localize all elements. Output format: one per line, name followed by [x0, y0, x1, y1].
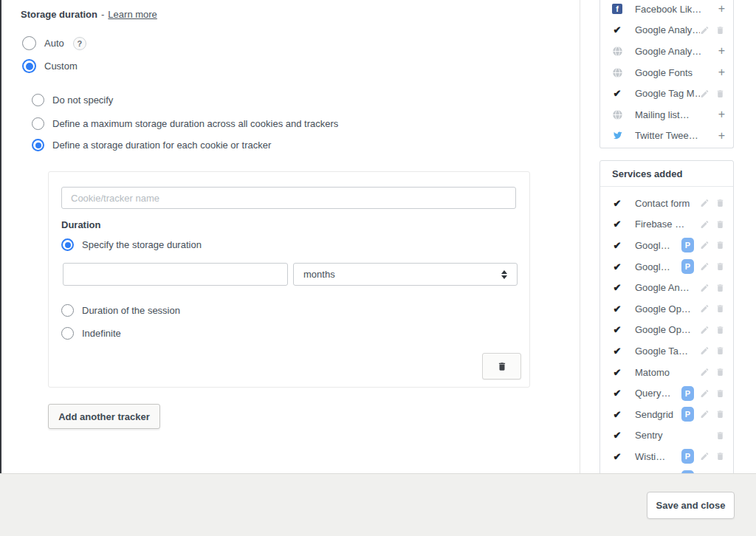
radio-auto-circle[interactable] — [22, 36, 36, 50]
radio-indefinite[interactable]: Indefinite — [61, 327, 121, 340]
help-icon[interactable]: ? — [73, 37, 86, 50]
facebook-icon — [611, 4, 623, 14]
twitter-icon — [611, 131, 623, 140]
service-name: Sendgrid — [635, 409, 681, 420]
delete-service-button[interactable] — [715, 25, 725, 35]
radio-specify-duration-circle[interactable] — [61, 238, 74, 251]
delete-service-button[interactable] — [715, 451, 725, 461]
radio-session-duration-circle[interactable] — [61, 304, 74, 317]
service-name: Sentry — [635, 430, 715, 441]
radio-max-duration-label: Define a maximum storage duration across… — [52, 118, 338, 129]
edit-service-button[interactable] — [700, 89, 709, 99]
add-service-button[interactable]: + — [718, 130, 725, 142]
services-added-title: Services added — [600, 161, 733, 187]
title-separator: - — [101, 9, 104, 20]
add-service-button[interactable]: + — [718, 45, 725, 57]
radio-per-tracker-circle[interactable] — [32, 139, 44, 151]
service-name: Googl… — [635, 261, 681, 272]
radio-per-tracker-duration[interactable]: Define a storage duration for each cooki… — [32, 139, 271, 151]
radio-custom-circle[interactable] — [22, 59, 36, 73]
edit-service-button[interactable] — [700, 325, 709, 335]
premium-badge: P — [681, 449, 694, 464]
service-name: Googl… — [635, 240, 681, 251]
edit-service-button[interactable] — [700, 219, 709, 230]
edit-service-button[interactable] — [700, 451, 709, 461]
available-service-row: Twitter Twee… + — [600, 126, 733, 147]
delete-service-button[interactable] — [715, 198, 725, 208]
delete-service-button[interactable] — [715, 240, 725, 250]
delete-tracker-button[interactable] — [482, 353, 521, 379]
edit-service-button[interactable] — [700, 198, 709, 208]
delete-service-button[interactable] — [715, 346, 725, 356]
delete-service-button[interactable] — [715, 367, 725, 377]
added-service-row: ✔Sentry — [600, 425, 733, 447]
edit-service-button[interactable] — [700, 240, 709, 250]
edit-service-button[interactable] — [700, 346, 709, 356]
check-icon: ✔ — [611, 241, 623, 250]
radio-specify-duration[interactable]: Specify the storage duration — [61, 238, 202, 251]
available-service-row: Facebook Lik… + — [600, 0, 733, 20]
radio-do-not-specify[interactable]: Do not specify — [32, 94, 113, 106]
delete-service-button[interactable] — [715, 409, 725, 419]
edit-service-button[interactable] — [700, 25, 709, 35]
radio-max-duration-circle[interactable] — [32, 117, 44, 130]
service-name: Google Fonts — [635, 67, 718, 78]
add-service-button[interactable]: + — [718, 109, 725, 120]
delete-service-button[interactable] — [715, 325, 725, 335]
service-name: Google Op… — [635, 324, 700, 335]
footer-bar: Save and close — [0, 473, 756, 536]
added-service-row: ✔Googl…P — [600, 235, 733, 256]
edit-service-button[interactable] — [700, 388, 709, 399]
added-service-row: ✔Contact form — [600, 193, 733, 214]
add-service-button[interactable]: + — [718, 3, 725, 15]
add-service-button[interactable]: + — [718, 66, 725, 78]
check-icon: ✔ — [611, 410, 623, 419]
service-name: Google Ta… — [635, 346, 700, 357]
added-service-row: ✔Firebase … — [600, 214, 733, 236]
service-name: Google Op… — [635, 303, 700, 315]
radio-session-duration[interactable]: Duration of the session — [61, 304, 180, 317]
service-name: Query… — [635, 388, 681, 399]
add-another-tracker-button[interactable]: Add another tracker — [48, 404, 160, 429]
delete-service-button[interactable] — [715, 388, 725, 399]
delete-service-button[interactable] — [715, 283, 725, 293]
storage-duration-panel: Storage duration - Learn more Auto ? Cus… — [0, 0, 580, 473]
added-service-row: ✔Google Ta… — [600, 340, 733, 362]
storage-duration-title: Storage duration — [21, 9, 97, 20]
available-service-row: Google Fonts + — [600, 62, 733, 83]
radio-custom[interactable]: Custom — [22, 59, 78, 73]
duration-unit-select[interactable]: months — [293, 263, 518, 286]
delete-service-button[interactable] — [715, 303, 725, 314]
radio-custom-label: Custom — [44, 61, 78, 72]
delete-service-button[interactable] — [715, 89, 725, 99]
duration-amount-input[interactable] — [63, 263, 288, 286]
duration-label: Duration — [61, 219, 100, 230]
added-service-row: ✔Matomo — [600, 362, 733, 383]
check-icon: ✔ — [611, 430, 623, 440]
globe-icon — [611, 67, 623, 78]
delete-service-button[interactable] — [715, 261, 725, 272]
edit-service-button[interactable] — [700, 261, 709, 272]
added-service-row: ✔Wisti…P — [600, 446, 733, 467]
check-icon: ✔ — [611, 325, 623, 334]
save-and-close-button[interactable]: Save and close — [647, 492, 735, 519]
check-icon: ✔ — [611, 368, 623, 377]
radio-max-duration[interactable]: Define a maximum storage duration across… — [32, 117, 338, 130]
radio-auto[interactable]: Auto ? — [22, 36, 86, 50]
radio-do-not-specify-circle[interactable] — [32, 94, 44, 106]
edit-service-button[interactable] — [700, 367, 709, 377]
services-added-panel: Services added ✔Contact form✔Firebase …✔… — [599, 160, 734, 496]
edit-service-button[interactable] — [700, 283, 709, 293]
edit-service-button[interactable] — [700, 303, 709, 314]
delete-service-button[interactable] — [715, 219, 725, 230]
cookie-tracker-name-input[interactable] — [61, 187, 516, 209]
radio-session-duration-label: Duration of the session — [82, 305, 180, 316]
available-service-row: ✔ Google Analy… — [600, 20, 733, 41]
service-name: Google An… — [635, 282, 700, 293]
check-icon: ✔ — [611, 262, 623, 272]
edit-service-button[interactable] — [700, 409, 709, 419]
delete-service-button[interactable] — [715, 430, 725, 441]
learn-more-link[interactable]: Learn more — [108, 9, 157, 20]
radio-indefinite-circle[interactable] — [61, 327, 74, 340]
premium-badge: P — [681, 238, 694, 252]
